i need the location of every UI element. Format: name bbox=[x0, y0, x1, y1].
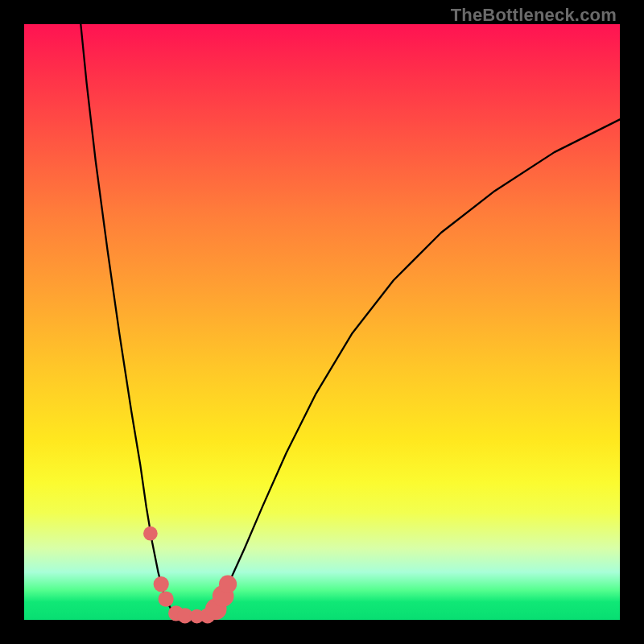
curve-line bbox=[80, 24, 620, 617]
curve-marker bbox=[159, 591, 174, 606]
watermark-text: TheBottleneck.com bbox=[451, 5, 617, 26]
curve-marker bbox=[143, 526, 158, 541]
chart-plot-area bbox=[24, 24, 620, 620]
curve-markers bbox=[143, 526, 237, 624]
curve-marker bbox=[219, 576, 237, 593]
bottleneck-curve bbox=[24, 24, 620, 620]
curve-marker bbox=[154, 576, 169, 592]
